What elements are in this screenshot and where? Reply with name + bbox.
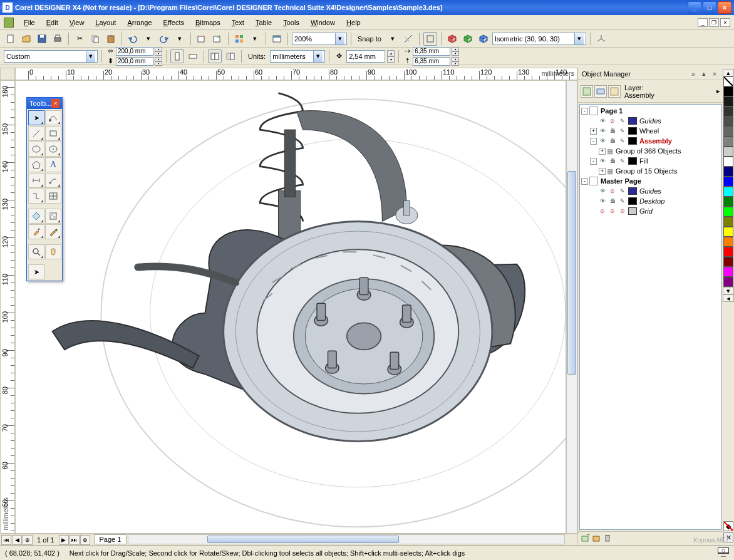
print-button[interactable] bbox=[51, 32, 65, 46]
horizontal-ruler[interactable]: millimeters01020304050607080901001101201… bbox=[15, 68, 577, 80]
redo-button[interactable] bbox=[157, 32, 171, 46]
panel-close-button[interactable]: × bbox=[710, 70, 719, 78]
drawing-plane-front-button[interactable] bbox=[461, 32, 475, 46]
menu-view[interactable]: View bbox=[65, 18, 90, 28]
menu-window[interactable]: Window bbox=[306, 18, 340, 28]
table-tool[interactable] bbox=[45, 189, 61, 204]
outline-tool[interactable] bbox=[45, 224, 61, 239]
cut-button[interactable]: ✂ bbox=[73, 32, 86, 46]
ellipse-tool[interactable] bbox=[28, 142, 44, 157]
first-page-button[interactable]: ⏮ bbox=[1, 535, 11, 545]
line-tool[interactable] bbox=[28, 126, 44, 141]
color-swatch[interactable] bbox=[723, 177, 733, 187]
color-swatch[interactable] bbox=[723, 207, 733, 217]
page-height-input[interactable] bbox=[116, 57, 153, 66]
export-button[interactable] bbox=[210, 32, 224, 46]
add-page-before-button[interactable]: ⊕ bbox=[23, 535, 33, 545]
landscape-button[interactable] bbox=[186, 49, 200, 63]
dup-x-input[interactable] bbox=[413, 47, 450, 56]
app-launcher-dropdown[interactable]: ▾ bbox=[248, 32, 262, 46]
tree-row[interactable]: -👁🖶✎Assembly bbox=[581, 136, 720, 146]
polygon-tool[interactable] bbox=[28, 157, 44, 172]
color-swatch[interactable] bbox=[723, 137, 733, 147]
menu-tools[interactable]: Tools bbox=[278, 18, 304, 28]
dup-y-input[interactable] bbox=[413, 57, 450, 66]
delete-layer-button[interactable] bbox=[603, 534, 612, 544]
tree-row[interactable]: -👁🖶✎Fill bbox=[581, 156, 720, 166]
edit-across-layers-button[interactable] bbox=[594, 85, 607, 98]
color-swatch[interactable] bbox=[723, 277, 733, 287]
zoom-select[interactable]: 200%▾ bbox=[292, 33, 347, 45]
copy-button[interactable] bbox=[88, 32, 102, 46]
color-swatch[interactable] bbox=[723, 197, 733, 207]
eyedropper-tool[interactable] bbox=[28, 224, 44, 239]
text-tool[interactable]: A bbox=[45, 157, 61, 172]
last-page-button[interactable]: ⏭ bbox=[70, 535, 80, 545]
color-swatch[interactable] bbox=[723, 157, 733, 167]
tree-row[interactable]: +👁🖶✎Wheel bbox=[581, 126, 720, 136]
menu-text[interactable]: Text bbox=[227, 18, 249, 28]
open-button[interactable] bbox=[19, 32, 33, 46]
page-tab[interactable]: Page 1 bbox=[94, 534, 127, 544]
tree-row[interactable]: 👁🖶✎Desktop bbox=[581, 196, 720, 206]
mdi-minimize-button[interactable]: _ bbox=[698, 18, 708, 27]
tree-row[interactable]: 👁⊘✎Guides bbox=[581, 186, 720, 196]
shape-tool[interactable] bbox=[45, 110, 61, 125]
rectangle-tool[interactable] bbox=[45, 126, 61, 141]
fill-outline-indicator[interactable]: ◇ — bbox=[718, 547, 729, 559]
close-button[interactable]: × bbox=[718, 1, 731, 14]
drawing-plane-right-button[interactable] bbox=[477, 32, 490, 46]
color-swatch[interactable] bbox=[723, 86, 733, 96]
portrait-button[interactable] bbox=[170, 49, 184, 63]
horizontal-scrollbar[interactable] bbox=[128, 534, 565, 544]
interactive-fill-tool[interactable] bbox=[28, 209, 44, 224]
tree-row[interactable]: ⊘⊘⊘Grid bbox=[581, 206, 720, 216]
nudge-input[interactable] bbox=[346, 50, 385, 63]
new-button[interactable] bbox=[4, 32, 18, 46]
dup-x-spinner[interactable]: ▴▾ bbox=[452, 47, 459, 56]
redo-dropdown[interactable]: ▾ bbox=[173, 32, 187, 46]
color-swatch[interactable] bbox=[723, 227, 733, 237]
paste-button[interactable] bbox=[104, 32, 118, 46]
tree-row[interactable]: -Page 1 bbox=[581, 106, 720, 116]
color-swatch[interactable] bbox=[723, 147, 733, 157]
center-ellipse-tool[interactable] bbox=[45, 142, 61, 157]
color-swatch[interactable] bbox=[723, 217, 733, 227]
save-button[interactable] bbox=[35, 32, 49, 46]
object-tree[interactable]: -Page 1👁⊘✎Guides+👁🖶✎Wheel-👁🖶✎Assembly+▦G… bbox=[579, 104, 721, 530]
palette-scroll-down[interactable]: ▾ bbox=[723, 287, 734, 294]
minimize-button[interactable]: _ bbox=[688, 1, 701, 14]
ruler-origin[interactable] bbox=[0, 68, 15, 80]
page-preset-select[interactable]: Custom▾ bbox=[4, 50, 98, 63]
vertical-ruler[interactable]: millimeters16015014013012011010090807060… bbox=[0, 80, 15, 534]
tree-row[interactable]: +▦Group of 15 Objects bbox=[581, 166, 720, 176]
no-color-swatch[interactable] bbox=[723, 76, 733, 86]
width-spinner[interactable]: ▴▾ bbox=[155, 47, 162, 56]
all-pages-button[interactable] bbox=[208, 49, 222, 63]
projection-select[interactable]: Isometric (30, 90, 30)▾ bbox=[492, 33, 586, 45]
drawing-plane-top-button[interactable] bbox=[445, 32, 459, 46]
color-swatch[interactable] bbox=[723, 117, 733, 127]
units-select[interactable]: millimeters▾ bbox=[270, 50, 325, 63]
import-button[interactable] bbox=[195, 32, 209, 46]
menu-table[interactable]: Table bbox=[251, 18, 277, 28]
color-swatch[interactable] bbox=[723, 257, 733, 267]
tree-row[interactable]: +▦Group of 368 Objects bbox=[581, 146, 720, 156]
add-page-after-button[interactable]: ⊕ bbox=[80, 535, 90, 545]
page-width-input[interactable] bbox=[116, 47, 153, 56]
menu-layout[interactable]: Layout bbox=[90, 18, 121, 28]
panel-flyout-button[interactable]: ▸ bbox=[716, 87, 720, 95]
color-swatch[interactable] bbox=[723, 267, 733, 277]
next-page-button[interactable]: ▶ bbox=[59, 535, 69, 545]
height-spinner[interactable]: ▴▾ bbox=[155, 57, 162, 66]
menu-edit[interactable]: Edit bbox=[41, 18, 63, 28]
welcome-button[interactable] bbox=[270, 32, 284, 46]
color-swatch[interactable] bbox=[723, 247, 733, 257]
current-page-button[interactable] bbox=[224, 49, 237, 63]
show-object-properties-button[interactable] bbox=[581, 85, 593, 98]
nudge-spinner[interactable]: ▴▾ bbox=[387, 50, 395, 63]
palette-flyout[interactable]: ◂ bbox=[723, 294, 734, 302]
dynamic-guides-button[interactable] bbox=[401, 32, 415, 46]
tree-row[interactable]: 👁⊘✎Guides bbox=[581, 116, 720, 126]
interactive-transparency-tool[interactable] bbox=[45, 209, 61, 224]
